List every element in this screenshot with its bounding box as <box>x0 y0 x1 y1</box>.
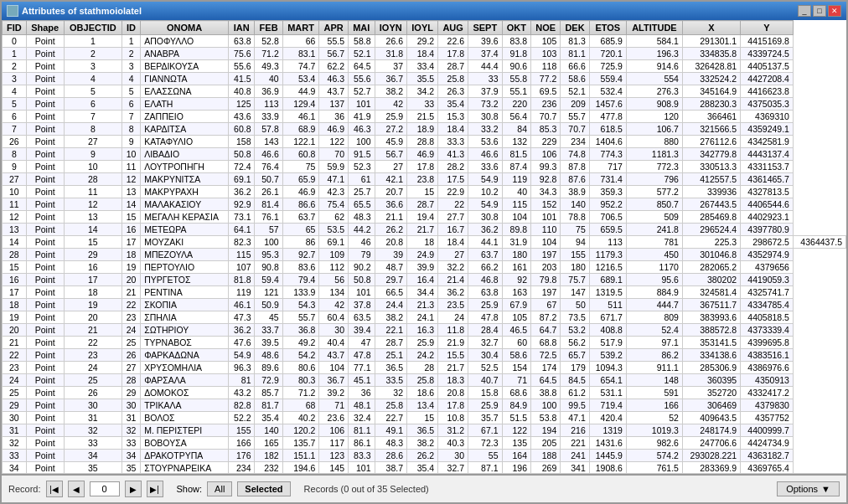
table-row[interactable]: 0Point11ΑΠΟΦΥΛΛΟ63.852.86655.558.826.629… <box>3 35 846 48</box>
table-cell: 120 <box>626 111 682 123</box>
table-row[interactable]: 33Point3434ΔΡΑΚΟΤΡΥΠΑ176182151.112383.32… <box>3 450 846 462</box>
minimize-button[interactable]: _ <box>798 5 811 17</box>
table-cell: 12 <box>3 211 27 224</box>
table-cell: 75.6 <box>228 48 255 60</box>
table-row[interactable]: 18Point1922ΣΚΟΠΙΑ46.150.954.34237.824.42… <box>3 299 846 311</box>
table-cell: 65.5 <box>348 198 375 211</box>
table-cell: 52.3 <box>348 161 375 173</box>
table-cell: 40.2 <box>282 412 319 424</box>
maximize-button[interactable]: □ <box>813 5 826 17</box>
table-row[interactable]: 29Point3030ΤΡΙΚΑΛΑ82.881.7687148.125.813… <box>3 399 846 412</box>
record-input[interactable] <box>90 481 120 496</box>
options-button[interactable]: Options ▼ <box>777 481 840 496</box>
nav-first-button[interactable]: |◀ <box>46 481 63 497</box>
table-row[interactable]: 26Point279ΚΑΤΑΦΥΛΙΟ158143122.112210045.9… <box>3 136 846 148</box>
table-cell: 50.7 <box>255 173 282 186</box>
table-cell: 65 <box>282 224 319 236</box>
table-cell: 32.7 <box>468 337 502 349</box>
table-cell: 1216.5 <box>589 261 626 274</box>
table-row[interactable]: 7Point88ΚΑΡΔΙΤΣΑ60.857.868.946.946.327.2… <box>3 123 846 136</box>
table-cell: 17.8 <box>407 161 438 173</box>
table-cell: 43.7 <box>319 349 349 362</box>
table-row[interactable]: 2Point33ΒΕΡΔΙΚΟΥΣΑ55.649.374.762.264.537… <box>3 60 846 73</box>
table-row[interactable]: 5Point66ΕΛΑΤΗ125113129.4137101423335.473… <box>3 98 846 111</box>
table-cell: 56.4 <box>502 111 531 123</box>
show-all-button[interactable]: All <box>207 481 232 496</box>
table-cell: 54.3 <box>282 299 319 311</box>
table-cell: 2 <box>3 60 27 73</box>
table-row[interactable]: 24Point2528ΦΑΡΣΑΛΑ8172.980.336.745.133.5… <box>3 374 846 387</box>
close-button[interactable]: ✕ <box>828 5 841 17</box>
table-row[interactable]: 32Point3333ΒΟΒΟΥΣΑ166165135.711786.148.3… <box>3 437 846 450</box>
table-cell: 14 <box>3 236 27 249</box>
table-cell: 34.2 <box>407 85 438 98</box>
nav-prev-button[interactable]: ◀ <box>68 481 85 497</box>
table-cell: 17.5 <box>438 173 468 186</box>
table-cell: Point <box>26 224 64 236</box>
table-row[interactable]: 12Point1315ΜΕΓΑΛΗ ΚΕΡΑΣΙΑ73.176.163.7624… <box>3 211 846 224</box>
table-cell: 4327813.5 <box>741 186 794 198</box>
table-cell: Point <box>26 437 64 450</box>
table-row[interactable]: 3Point44ΓΙΑΝΝΩΤΑ41.54053.446.355.636.735… <box>3 73 846 85</box>
table-row[interactable]: 11Point1214ΜΑΛΑΚΑΣΙΟΥ92.981.486.675.465.… <box>3 198 846 211</box>
table-cell: 229 <box>531 136 561 148</box>
table-row[interactable]: 1Point22ΑΝΑΒΡΑ75.671.283.156.752.131.818… <box>3 48 846 60</box>
table-row[interactable]: 4Point55ΕΛΑΣΣΩΝΑ40.836.944.943.752.738.2… <box>3 85 846 98</box>
table-row[interactable]: 21Point2225ΤΥΡΝΑΒΟΣ47.639.549.240.44728.… <box>3 337 846 349</box>
table-cell: ΔΡΑΚΟΤΡΥΠΑ <box>141 450 229 462</box>
table-row[interactable]: 30Point3131ΒΟΛΟΣ52.235.440.223.632.422.7… <box>3 412 846 424</box>
table-row[interactable]: 20Point2124ΣΩΤΗΡΙΟΥ36.233.736.83039.422.… <box>3 324 846 337</box>
table-cell: 10.8 <box>438 412 468 424</box>
table-container: FIDShapeOBJECTIDIDONOMAIANFEBMARTAPRMAII… <box>2 20 846 474</box>
table-row[interactable]: 28Point2918ΜΠΕΖΟΥΛΑ11595.392.7109793924.… <box>3 249 846 261</box>
table-row[interactable]: 25Point2629ΔΟΜΟΚΟΣ43.285.771.239.2363218… <box>3 387 846 399</box>
table-row[interactable]: 31Point3232Μ. ΠΕΡΙΣΤΕΡΙ155140120.210681.… <box>3 424 846 437</box>
table-cell: 67.1 <box>468 424 502 437</box>
table-cell: 725.9 <box>589 60 626 73</box>
table-cell: 90.6 <box>502 60 531 73</box>
table-row[interactable]: 19Point2023ΣΠΗΛΙΑ47.34555.760.463.538.22… <box>3 311 846 324</box>
table-cell: 49.1 <box>375 424 406 437</box>
table-row[interactable]: 23Point2427ΧΡΥΣΟΜΗΛΙΑ96.389.680.610477.1… <box>3 362 846 374</box>
table-cell: Point <box>26 236 64 249</box>
show-selected-button[interactable]: Selected <box>237 481 290 496</box>
table-cell: 71 <box>319 399 349 412</box>
table-cell: 4416623.8 <box>741 85 794 98</box>
table-cell: Point <box>26 111 64 123</box>
table-row[interactable]: 22Point2326ΦΑΡΚΑΔΩΝΑ54.948.654.243.747.8… <box>3 349 846 362</box>
table-cell: 164 <box>502 450 531 462</box>
nav-next-button[interactable]: ▶ <box>125 481 142 497</box>
table-cell: 1181.3 <box>626 148 682 161</box>
table-row[interactable]: 8Point910ΛΙΒΑΔΙΟ50.846.660.87091.556.746… <box>3 148 846 161</box>
table-cell: Point <box>26 136 64 148</box>
table-cell: Point <box>26 337 64 349</box>
table-cell: Point <box>26 412 64 424</box>
table-row[interactable]: 34Point3535ΣΤΟΥΡΝΑΡΕΙΚΑ234232194.6145101… <box>3 462 846 475</box>
table-row[interactable]: 17Point1821ΡΕΝΤΙΝΑ119121133.913410166.53… <box>3 286 846 299</box>
table-row[interactable]: 6Point77ΖΑΠΠΕΙΟ43.633.946.13641.925.921.… <box>3 111 846 123</box>
table-cell: 16.7 <box>438 224 468 236</box>
table-cell: 61 <box>348 173 375 186</box>
table-cell: 203 <box>531 261 561 274</box>
table-row[interactable]: 27Point2812ΜΑΚΡΥΝΙΤΣΑ69.150.765.947.1614… <box>3 173 846 186</box>
table-row[interactable]: 14Point1517ΜΟΥΖΑΚΙ82.31008669.14620.8181… <box>3 236 846 249</box>
table-cell: 37.8 <box>348 299 375 311</box>
table-cell: 82.3 <box>228 236 255 249</box>
table-row[interactable]: 9Point1011ΛΟΥΤΡΟΠΗΓΗ72.476.47559.952.327… <box>3 161 846 173</box>
table-cell: 32 <box>375 387 406 399</box>
table-cell: 87.8 <box>561 161 590 173</box>
table-cell: 44.4 <box>468 60 502 73</box>
table-row[interactable]: 15Point1619ΠΕΡΤΟΥΛΙΟ10790.883.611290.248… <box>3 261 846 274</box>
table-cell: 30.8 <box>468 211 502 224</box>
nav-last-button[interactable]: ▶| <box>147 481 163 497</box>
table-cell: 296524.4 <box>682 224 740 236</box>
table-cell: 77.1 <box>348 362 375 374</box>
table-row[interactable]: 13Point1416ΜΕΤΕΩΡΑ64.1576553.544.226.221… <box>3 224 846 236</box>
table-cell: 4 <box>3 85 27 98</box>
table-row[interactable]: 10Point1113ΜΑΚΡΥΡΑΧΗ36.226.146.942.325.7… <box>3 186 846 198</box>
table-cell: 86 <box>282 236 319 249</box>
table-cell: 53.5 <box>319 224 349 236</box>
table-cell: 41.9 <box>348 111 375 123</box>
table-row[interactable]: 16Point1720ΠΥΡΓΕΤΟΣ81.859.479.45650.829.… <box>3 274 846 286</box>
table-cell: 4361465.7 <box>741 173 794 186</box>
